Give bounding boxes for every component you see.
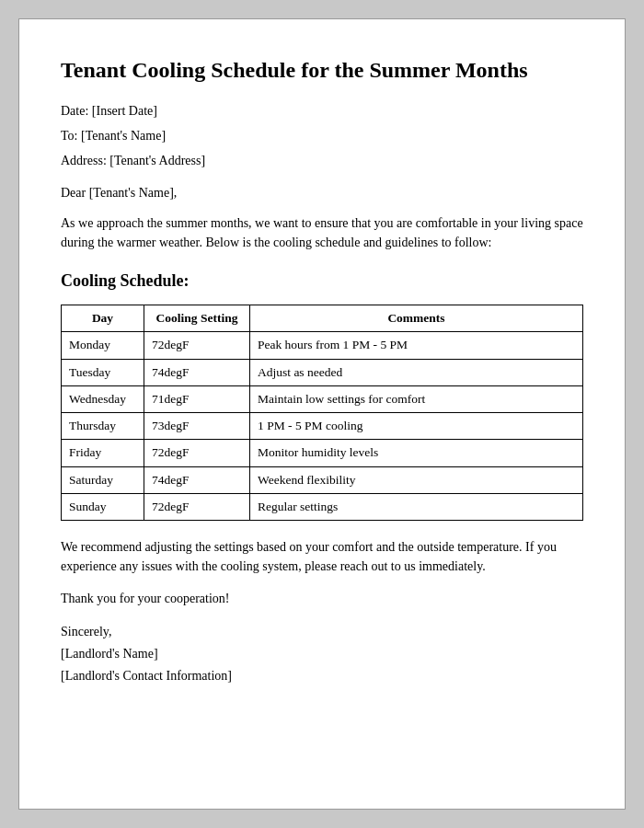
cell-setting: 74degF <box>144 359 250 385</box>
cell-day: Tuesday <box>62 359 144 385</box>
sign-contact: [Landlord's Contact Information] <box>61 665 583 687</box>
intro-paragraph: As we approach the summer months, we wan… <box>61 213 583 252</box>
table-row: Sunday72degFRegular settings <box>62 493 583 520</box>
cell-day: Wednesday <box>62 385 144 412</box>
cell-comment: Regular settings <box>250 493 583 520</box>
header-comments: Comments <box>250 305 583 332</box>
table-row: Wednesday71degFMaintain low settings for… <box>62 385 583 412</box>
cell-comment: Peak hours from 1 PM - 5 PM <box>250 332 583 359</box>
table-row: Friday72degFMonitor humidity levels <box>62 440 583 466</box>
cell-comment: Adjust as needed <box>250 359 583 385</box>
greeting: Dear [Tenant's Name], <box>61 183 583 202</box>
cell-comment: 1 PM - 5 PM cooling <box>250 413 583 440</box>
document-title: Tenant Cooling Schedule for the Summer M… <box>61 56 583 85</box>
header-day: Day <box>62 305 144 332</box>
cell-setting: 72degF <box>144 332 250 359</box>
cell-day: Sunday <box>62 493 144 520</box>
sign-sincerely: Sincerely, <box>61 621 583 643</box>
recommendation-note: We recommend adjusting the settings base… <box>61 537 583 576</box>
cell-day: Saturday <box>62 466 144 493</box>
to-line: To: [Tenant's Name] <box>61 126 583 145</box>
table-header-row: Day Cooling Setting Comments <box>62 305 583 332</box>
sign-name: [Landlord's Name] <box>61 643 583 665</box>
cell-setting: 72degF <box>144 440 250 466</box>
cooling-schedule-table: Day Cooling Setting Comments Monday72deg… <box>61 305 583 521</box>
cell-setting: 71degF <box>144 385 250 412</box>
cell-comment: Maintain low settings for comfort <box>250 385 583 412</box>
table-row: Thursday73degF1 PM - 5 PM cooling <box>62 413 583 440</box>
cell-comment: Monitor humidity levels <box>250 440 583 466</box>
cell-setting: 74degF <box>144 466 250 493</box>
cell-day: Monday <box>62 332 144 359</box>
cell-setting: 72degF <box>144 493 250 520</box>
cell-day: Friday <box>62 440 144 466</box>
header-setting: Cooling Setting <box>144 305 250 332</box>
cell-day: Thursday <box>62 413 144 440</box>
table-row: Tuesday74degFAdjust as needed <box>62 359 583 385</box>
section-title: Cooling Schedule: <box>61 269 583 293</box>
thanks-line: Thank you for your cooperation! <box>61 589 583 608</box>
signature-block: Sincerely, [Landlord's Name] [Landlord's… <box>61 621 583 686</box>
table-body: Monday72degFPeak hours from 1 PM - 5 PMT… <box>62 332 583 521</box>
cell-setting: 73degF <box>144 413 250 440</box>
cell-comment: Weekend flexibility <box>250 466 583 493</box>
table-row: Saturday74degFWeekend flexibility <box>62 466 583 493</box>
date-line: Date: [Insert Date] <box>61 101 583 121</box>
address-line: Address: [Tenant's Address] <box>61 151 583 170</box>
table-row: Monday72degFPeak hours from 1 PM - 5 PM <box>62 332 583 359</box>
document-container: Tenant Cooling Schedule for the Summer M… <box>18 18 626 810</box>
